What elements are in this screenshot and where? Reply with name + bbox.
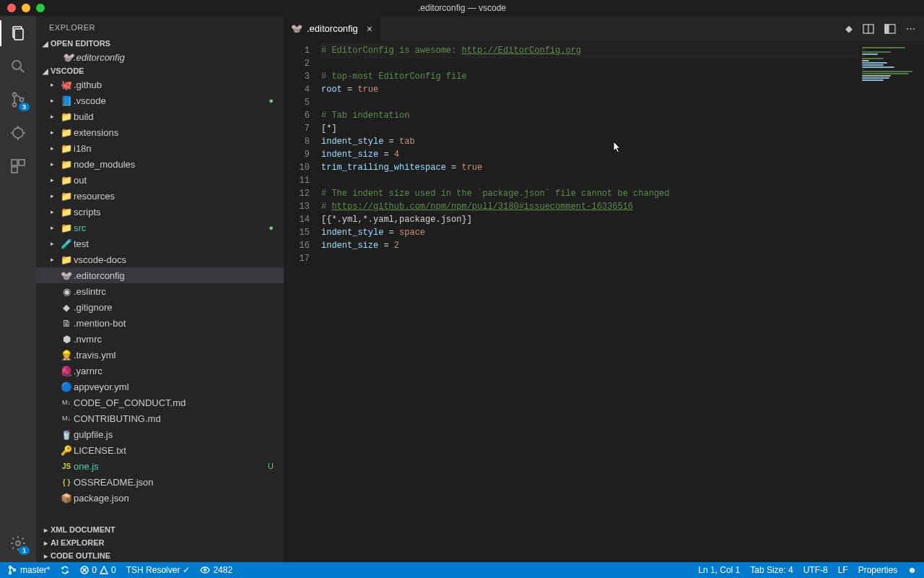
folder-item[interactable]: ▸📁out: [36, 172, 284, 188]
feedback-icon[interactable]: ☻: [907, 565, 917, 575]
close-tab-icon[interactable]: ×: [367, 23, 372, 35]
folder-item[interactable]: ▸📁extensions: [36, 124, 284, 140]
code-content[interactable]: # EditorConfig is awesome: http://Editor…: [321, 44, 924, 562]
editor-tab[interactable]: 🐭 .editorconfig ×: [284, 16, 380, 41]
cursor-position-status[interactable]: Ln 1, Col 1: [698, 565, 740, 575]
minimap[interactable]: [859, 44, 924, 562]
folder-item[interactable]: ▸📁node_modules: [36, 156, 284, 172]
problems-status[interactable]: 0 0: [80, 565, 116, 575]
folder-item[interactable]: ▸📘.vscode●: [36, 92, 284, 108]
folder-item[interactable]: ▸📁resources: [36, 188, 284, 204]
tree-item-label: node_modules: [74, 159, 135, 170]
ai-explorer-section[interactable]: ▸ AI EXPLORER: [36, 536, 284, 549]
open-editor-item[interactable]: 🐭 .editorconfig: [36, 49, 284, 65]
code-line[interactable]: # The indent size used in the `package.j…: [321, 187, 924, 200]
code-line[interactable]: [321, 174, 924, 187]
code-line[interactable]: trim_trailing_whitespace = true: [321, 161, 924, 174]
folder-icon: 📁: [59, 191, 74, 202]
open-editors-section[interactable]: ◢ OPEN EDITORS: [36, 38, 284, 49]
editor-body[interactable]: 1234567891011121314151617 # EditorConfig…: [284, 44, 924, 562]
code-line[interactable]: root = true: [321, 83, 924, 96]
sync-status[interactable]: [60, 565, 70, 575]
folder-item[interactable]: ▸📁vscode-docs: [36, 251, 284, 267]
more-actions-icon[interactable]: ⋯: [906, 23, 915, 34]
close-window-button[interactable]: [7, 4, 16, 12]
file-item[interactable]: 🔵appveyor.yml: [36, 379, 284, 394]
file-item[interactable]: ◉.eslintrc: [36, 283, 284, 299]
svg-point-20: [9, 566, 12, 569]
toggle-panel-icon[interactable]: [884, 23, 896, 35]
file-tree: ▸🐙.github▸📘.vscode●▸📁build▸📁extensions▸📁…: [36, 77, 284, 523]
open-editors-label: OPEN EDITORS: [51, 39, 110, 48]
file-item[interactable]: 🐭.editorconfig: [36, 267, 284, 283]
tree-item-label: package.json: [74, 493, 129, 504]
workspace-section[interactable]: ◢ VSCODE: [36, 65, 284, 77]
file-item[interactable]: 🥤gulpfile.js: [36, 426, 284, 442]
eslint-icon: ◉: [59, 286, 74, 297]
maximize-window-button[interactable]: [36, 4, 45, 12]
folder-item[interactable]: ▸🐙.github: [36, 77, 284, 92]
tree-item-label: appveyor.yml: [74, 381, 129, 392]
tree-item-label: .eslintrc: [74, 286, 106, 297]
xml-document-section[interactable]: ▸ XML DOCUMENT: [36, 523, 284, 536]
folder-item[interactable]: ▸🧪test: [36, 236, 284, 251]
minimize-window-button[interactable]: [22, 4, 30, 12]
settings-gear-icon[interactable]: 1: [8, 533, 28, 553]
code-line[interactable]: [321, 96, 924, 109]
explorer-view-icon[interactable]: [8, 23, 28, 43]
split-editor-icon[interactable]: [863, 23, 874, 35]
file-item[interactable]: M↓CONTRIBUTING.md: [36, 410, 284, 426]
file-item[interactable]: 📦package.json: [36, 490, 284, 506]
file-item[interactable]: 🧶.yarnrc: [36, 363, 284, 379]
file-item[interactable]: ⬢.nvmrc: [36, 331, 284, 347]
folder-y-icon: 📁: [59, 175, 74, 186]
code-line[interactable]: # https://github.com/npm/npm/pull/3180#i…: [321, 200, 924, 213]
line-numbers-gutter: 1234567891011121314151617: [284, 44, 321, 562]
yarn-icon: 🧶: [59, 366, 74, 376]
file-item[interactable]: { }OSSREADME.json: [36, 474, 284, 490]
code-line[interactable]: [*]: [321, 122, 924, 135]
window-title: .editorconfig — vscode: [418, 3, 506, 13]
file-item[interactable]: ◆.gitignore: [36, 299, 284, 315]
search-view-icon[interactable]: [8, 56, 28, 77]
eol-status[interactable]: LF: [838, 565, 848, 575]
folder-item[interactable]: ▸📁src●: [36, 220, 284, 236]
scm-view-icon[interactable]: 3: [8, 90, 28, 110]
chevron-right-icon: ▸: [51, 81, 59, 88]
code-line[interactable]: [321, 57, 924, 70]
language-status[interactable]: Properties: [858, 565, 898, 575]
debug-view-icon[interactable]: [8, 123, 28, 143]
code-line[interactable]: # EditorConfig is awesome: http://Editor…: [321, 44, 924, 57]
tree-item-label: .mention-bot: [74, 318, 126, 329]
code-line[interactable]: indent_size = 2: [321, 239, 924, 252]
folder-y-icon: 📁: [59, 127, 74, 138]
encoding-status[interactable]: UTF-8: [803, 565, 828, 575]
folder-item[interactable]: ▸📁build: [36, 108, 284, 124]
code-outline-section[interactable]: ▸ CODE OUTLINE: [36, 549, 284, 562]
folder-item[interactable]: ▸📁scripts: [36, 204, 284, 220]
tsh-resolver-status[interactable]: TSH Resolver ✓: [126, 565, 191, 575]
file-item[interactable]: M↓CODE_OF_CONDUCT.md: [36, 394, 284, 410]
modified-dot-icon: ●: [269, 96, 274, 105]
code-line[interactable]: indent_style = space: [321, 226, 924, 239]
gulp-icon: 🥤: [59, 429, 74, 440]
file-item[interactable]: 👷.travis.yml: [36, 347, 284, 363]
file-item[interactable]: 🔑LICENSE.txt: [36, 442, 284, 458]
diff-icon[interactable]: ◆: [845, 23, 853, 34]
code-line[interactable]: # top-most EditorConfig file: [321, 70, 924, 83]
chevron-right-icon: ▸: [51, 129, 59, 136]
code-line[interactable]: [{*.yml,*.yaml,package.json}]: [321, 213, 924, 226]
chevron-right-icon: ▸: [40, 539, 51, 547]
code-line[interactable]: # Tab indentation: [321, 109, 924, 122]
mouse-cursor-icon: [613, 141, 623, 154]
branch-status[interactable]: master*: [7, 565, 50, 575]
tree-item-label: vscode-docs: [74, 254, 126, 265]
file-item[interactable]: 🗎.mention-bot: [36, 315, 284, 331]
tab-size-status[interactable]: Tab Size: 4: [750, 565, 793, 575]
watch-status[interactable]: 2482: [200, 565, 232, 575]
file-item[interactable]: JSone.jsU: [36, 458, 284, 474]
code-line[interactable]: [321, 252, 924, 265]
tree-item-label: LICENSE.txt: [74, 445, 126, 456]
extensions-view-icon[interactable]: [8, 156, 28, 176]
folder-item[interactable]: ▸📁i18n: [36, 140, 284, 156]
